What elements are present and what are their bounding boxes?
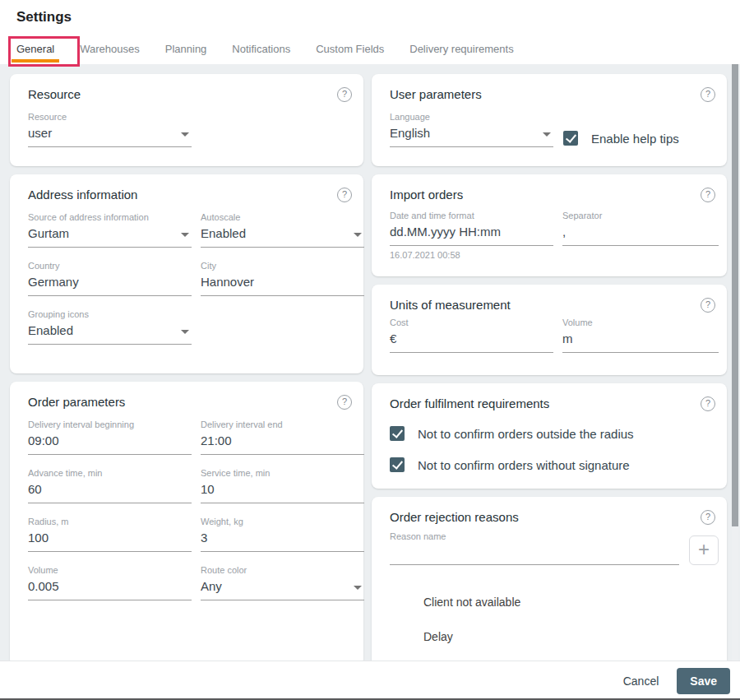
volume-field[interactable]: Volume 0.005 [28, 565, 192, 600]
field-label: Delivery interval end [201, 420, 364, 429]
delivery-interval-beginning-input[interactable]: 09:00 [28, 433, 192, 455]
delivery-interval-beginning-field[interactable]: Delivery interval beginning 09:00 [28, 420, 192, 455]
help-icon[interactable]: ? [337, 188, 352, 202]
separator-field[interactable]: Separator , [562, 211, 719, 260]
tab-custom-fields[interactable]: Custom Fields [311, 37, 389, 63]
tab-planning[interactable]: Planning [160, 37, 212, 63]
help-icon[interactable]: ? [701, 188, 715, 202]
volume-input[interactable]: 0.005 [28, 579, 192, 600]
field-label: Date and time format [390, 211, 553, 220]
reason-list: Client not available Delay [380, 585, 719, 654]
field-label: Language [390, 112, 553, 122]
settings-tabbar: General Warehouses Planning Notification… [12, 37, 534, 63]
field-label: Grouping icons [28, 309, 192, 319]
address-source-select[interactable]: Source of address information Gurtam [28, 212, 192, 248]
rejection-card-title: Order rejection reasons [390, 510, 519, 524]
weight-field[interactable]: Weight, kg 3 [201, 517, 364, 552]
field-label: Route color [201, 565, 364, 575]
checkbox-checked-icon[interactable] [390, 426, 405, 441]
field-label: Volume [562, 318, 719, 327]
scrollbar-thumb[interactable] [732, 64, 738, 526]
right-column: User parameters ? Language English Enabl… [372, 74, 727, 661]
radius-field[interactable]: Radius, m 100 [28, 517, 192, 552]
service-time-input[interactable]: 10 [201, 482, 364, 503]
cancel-button[interactable]: Cancel [623, 675, 659, 688]
units-card-title: Units of measurement [390, 298, 511, 312]
field-label: Volume [28, 565, 192, 575]
cost-unit-input[interactable]: € [390, 331, 553, 353]
field-label: Radius, m [28, 517, 192, 526]
datetime-format-field[interactable]: Date and time format dd.MM.yyyy HH:mm 16… [390, 211, 553, 260]
city-input[interactable]: Hannover [201, 275, 364, 296]
service-time-field[interactable]: Service time, min 10 [201, 468, 364, 503]
volume-unit-input[interactable]: m [562, 331, 719, 353]
chevron-down-icon[interactable] [354, 586, 362, 590]
chevron-down-icon[interactable] [181, 330, 189, 334]
delivery-interval-end-input[interactable]: 21:00 [201, 433, 364, 455]
confirm-without-signature-option[interactable]: Not to confirm orders without signature [380, 457, 719, 472]
save-button[interactable]: Save [677, 668, 730, 694]
delivery-interval-end-field[interactable]: Delivery interval end 21:00 [201, 420, 364, 455]
autoscale-value[interactable]: Enabled [201, 226, 364, 248]
resource-select[interactable]: Resource user [28, 112, 192, 147]
advance-time-input[interactable]: 60 [28, 482, 192, 503]
tab-delivery-requirements[interactable]: Delivery requirements [405, 37, 518, 63]
resource-card: Resource ? Resource user [10, 74, 363, 166]
separator-input[interactable]: , [562, 225, 719, 246]
enable-help-tips-option[interactable]: Enable help tips [563, 131, 679, 146]
help-icon[interactable]: ? [337, 87, 352, 102]
chevron-down-icon[interactable] [543, 132, 551, 137]
reason-name-input[interactable] [390, 545, 679, 565]
advance-time-field[interactable]: Advance time, min 60 [28, 468, 192, 503]
units-of-measurement-card: Units of measurement ? Cost € Volume m [372, 285, 727, 375]
settings-header: Settings General Warehouses Planning Not… [0, 0, 740, 64]
grouping-icons-select[interactable]: Grouping icons Enabled [28, 309, 192, 345]
confirm-outside-radius-option[interactable]: Not to confirm orders outside the radius [380, 426, 719, 441]
chevron-down-icon[interactable] [181, 233, 189, 237]
help-icon[interactable]: ? [701, 510, 715, 525]
country-input[interactable]: Germany [28, 275, 192, 296]
resource-select-value[interactable]: user [28, 126, 192, 147]
chevron-down-icon[interactable] [181, 132, 189, 137]
confirm-without-signature-label: Not to confirm orders without signature [418, 458, 630, 472]
checkbox-checked-icon[interactable] [563, 131, 578, 146]
grouping-icons-value[interactable]: Enabled [28, 323, 192, 345]
datetime-format-input[interactable]: dd.MM.yyyy HH:mm [390, 225, 553, 246]
country-field[interactable]: Country Germany [28, 261, 192, 296]
tab-notifications[interactable]: Notifications [227, 37, 295, 63]
help-icon[interactable]: ? [701, 298, 715, 313]
language-select[interactable]: Language English [390, 112, 553, 147]
order-params-card-title: Order parameters [28, 395, 125, 409]
route-color-select[interactable]: Route color Any [201, 565, 364, 600]
help-icon[interactable]: ? [337, 395, 352, 410]
autoscale-select[interactable]: Autoscale Enabled [201, 212, 364, 248]
cost-unit-field[interactable]: Cost € [390, 318, 553, 353]
weight-input[interactable]: 3 [201, 531, 364, 552]
add-reason-button[interactable]: + [689, 535, 719, 565]
tab-general[interactable]: General [12, 37, 59, 63]
radius-input[interactable]: 100 [28, 531, 192, 552]
field-label: Delivery interval beginning [28, 420, 192, 429]
field-label: Advance time, min [28, 468, 192, 478]
chevron-down-icon[interactable] [354, 233, 362, 237]
fulfilment-card-title: Order fulfilment requirements [390, 396, 549, 410]
resource-card-title: Resource [28, 87, 81, 101]
checkbox-checked-icon[interactable] [390, 457, 405, 472]
help-icon[interactable]: ? [701, 396, 715, 411]
address-source-value[interactable]: Gurtam [28, 226, 192, 248]
city-field[interactable]: City Hannover [201, 261, 364, 296]
reason-list-item[interactable]: Client not available [423, 585, 719, 619]
field-label: Separator [562, 211, 719, 220]
volume-unit-field[interactable]: Volume m [562, 318, 719, 353]
address-card-title: Address information [28, 188, 137, 202]
language-value[interactable]: English [390, 126, 553, 147]
reason-name-field[interactable]: Reason name [390, 531, 679, 565]
tab-warehouses[interactable]: Warehouses [75, 37, 145, 63]
vertical-scrollbar[interactable] [732, 64, 738, 661]
field-label: City [201, 261, 364, 271]
field-label: Source of address information [28, 212, 192, 222]
route-color-value[interactable]: Any [201, 579, 364, 600]
help-icon[interactable]: ? [701, 87, 715, 102]
reason-list-item[interactable]: Delay [423, 619, 719, 654]
field-label: Autoscale [201, 212, 364, 222]
